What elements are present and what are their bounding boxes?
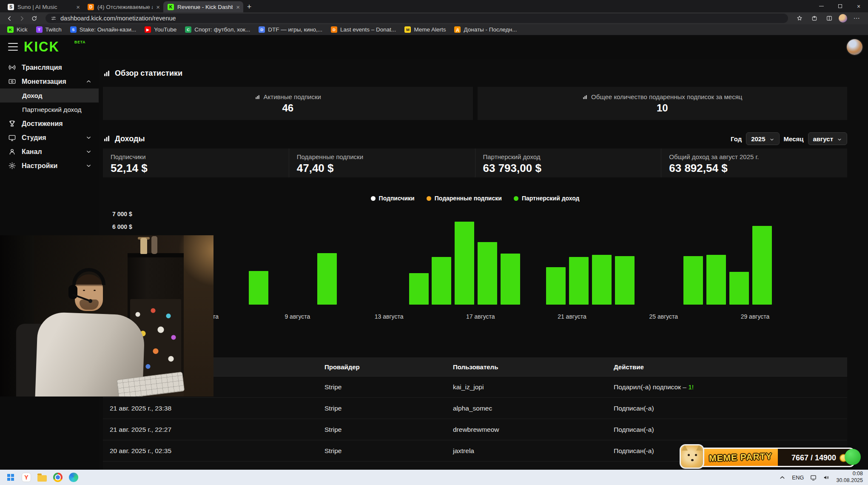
legend-item: Подписчики — [371, 195, 415, 202]
bookmark-item[interactable]: ▶YouTube — [141, 25, 180, 34]
table-row[interactable]: Stripekai_iz_jopiПодарил(-а) подписок – … — [103, 377, 847, 398]
user-avatar[interactable] — [847, 39, 862, 55]
cell-action: Подписан(-а) — [607, 426, 847, 434]
extensions-button[interactable] — [809, 13, 820, 23]
bookmark-item[interactable]: SStake: Онлайн-кази... — [66, 25, 140, 34]
x-axis-label: 9 августа — [268, 313, 327, 320]
chart-bar[interactable] — [729, 272, 749, 305]
chart-bar[interactable] — [546, 267, 566, 305]
tab-title: Suno | AI Music — [17, 4, 73, 10]
tray-expand-button[interactable] — [779, 474, 786, 481]
tab-close-icon[interactable]: × — [156, 3, 160, 11]
browser-tab[interactable]: D(4) Отслеживаемые активные...× — [83, 1, 163, 12]
table-header-row: ПровайдерПользовательДействие — [103, 357, 847, 377]
browser-menu-button[interactable]: ⋯ — [851, 13, 862, 23]
x-axis-label: 25 августа — [634, 313, 693, 320]
tab-title: Revenue - Kick Dashboard — [177, 4, 233, 10]
sidebar-item-студия[interactable]: Студия — [0, 131, 99, 145]
bookmark-label: Донаты - Последн... — [464, 26, 517, 33]
chevron-up-icon — [85, 78, 92, 85]
table-row[interactable]: 21 авг. 2025 г., 23:38Stripealpha_somecП… — [103, 398, 847, 419]
browser-tab[interactable]: SSuno | AI Music× — [3, 1, 83, 12]
tab-title: (4) Отслеживаемые активные... — [97, 4, 153, 10]
clock[interactable]: 0:08 30.08.2025 — [836, 471, 863, 484]
sidebar-item-монетизация[interactable]: Монетизация — [0, 74, 99, 88]
stat-card: Общее количество подаренных подписок за … — [478, 87, 848, 120]
chart-bar[interactable] — [455, 222, 474, 305]
sidebar-item-канал[interactable]: Канал — [0, 145, 99, 159]
star-icon — [796, 15, 803, 22]
maximize-button[interactable] — [831, 0, 849, 12]
chart-bar[interactable] — [501, 254, 520, 305]
chart-bar[interactable] — [432, 257, 451, 305]
refresh-button[interactable] — [29, 13, 40, 23]
bookmark-item[interactable]: DDTF — игры, кино,... — [255, 25, 326, 34]
browser-profile-avatar[interactable] — [839, 14, 847, 23]
bookmark-item[interactable]: ДДонаты - Последн... — [450, 25, 521, 34]
bookmark-star-button[interactable] — [794, 13, 805, 23]
year-label: Год — [731, 135, 742, 143]
kick-logo[interactable]: KICK — [24, 39, 60, 55]
meme-progress-text: 7667 / 14900 — [791, 454, 836, 462]
sidebar-item-label: Трансляция — [22, 64, 62, 71]
browser-tab-bar: SSuno | AI Music×D(4) Отслеживаемые акти… — [0, 0, 868, 12]
split-screen-button[interactable] — [824, 13, 834, 23]
sidebar-item-доход[interactable]: Доход — [0, 88, 99, 103]
cell-user: kai_iz_jopi — [446, 383, 607, 391]
bookmark-item[interactable]: DLast events – Donat... — [327, 25, 400, 34]
chart-bar[interactable] — [317, 253, 337, 305]
display-tray-button[interactable] — [810, 474, 817, 481]
bookmark-item[interactable]: MMeme Alerts — [401, 25, 450, 34]
browser-tab[interactable]: KRevenue - Kick Dashboard× — [163, 1, 243, 12]
yandex-browser-button[interactable]: Y — [20, 471, 33, 484]
tab-close-icon[interactable]: × — [236, 3, 240, 11]
webcam-figurine-1 — [140, 238, 147, 254]
display-icon — [810, 474, 817, 481]
language-indicator[interactable]: ENG — [792, 474, 804, 481]
bookmark-item[interactable]: KKick — [3, 25, 31, 34]
tab-close-icon[interactable]: × — [76, 3, 80, 11]
bookmark-label: Last events – Donat... — [340, 26, 396, 33]
chart-bar[interactable] — [706, 255, 726, 305]
minimize-button[interactable] — [812, 0, 831, 12]
volume-button[interactable] — [823, 474, 830, 481]
cell-date: 21 авг. 2025 г., 23:38 — [103, 405, 318, 412]
address-bar[interactable]: dashboard.kick.com/monetization/revenue — [46, 14, 788, 23]
cell-provider: Stripe — [318, 426, 446, 434]
bookmark-item[interactable]: TTwitch — [32, 25, 65, 34]
start-button[interactable] — [4, 471, 17, 484]
chart-bar[interactable] — [478, 242, 497, 305]
year-select[interactable]: 2025 — [746, 132, 779, 145]
overview-section-title: Обзор статистики — [103, 69, 182, 78]
menu-button[interactable] — [8, 43, 18, 51]
close-button[interactable]: × — [849, 0, 868, 12]
file-explorer-button[interactable] — [36, 471, 48, 484]
cell-date: 20 авг. 2025 г., 02:35 — [103, 447, 318, 455]
bookmark-favicon-icon: Д — [454, 26, 461, 33]
sidebar-item-трансляция[interactable]: Трансляция — [0, 60, 99, 74]
chart-bar[interactable] — [683, 256, 703, 305]
new-tab-button[interactable]: + — [243, 1, 255, 12]
sidebar-item-label: Достижения — [22, 120, 63, 128]
edge-button[interactable] — [67, 471, 80, 484]
sidebar-item-настройки[interactable]: Настройки — [0, 159, 99, 173]
back-button[interactable] — [4, 13, 15, 23]
month-select[interactable]: август — [808, 132, 847, 145]
chart-bar[interactable] — [615, 256, 635, 305]
chart-bar[interactable] — [592, 255, 612, 305]
chart-bar[interactable] — [409, 273, 429, 305]
doge-ear — [696, 445, 702, 451]
table-row[interactable]: 21 авг. 2025 г., 22:27Stripedrewbrewmeow… — [103, 419, 847, 440]
chrome-button[interactable] — [51, 471, 64, 484]
forward-button[interactable] — [17, 13, 27, 23]
table-header-cell: Действие — [607, 363, 847, 371]
chart-bar[interactable] — [249, 271, 268, 305]
notification-bubble[interactable] — [845, 449, 861, 465]
bookmark-item[interactable]: ССпорт: футбол, хок... — [181, 25, 254, 34]
tab-favicon-icon: D — [88, 4, 94, 10]
chart-bar[interactable] — [752, 226, 772, 305]
chart-bar[interactable] — [569, 257, 589, 305]
sidebar-item-партнерский-доход[interactable]: Партнерский доход — [0, 103, 99, 117]
sidebar-item-достижения[interactable]: Достижения — [0, 117, 99, 131]
stat-card-label-row: Общее количество подаренных подписок за … — [582, 93, 742, 100]
